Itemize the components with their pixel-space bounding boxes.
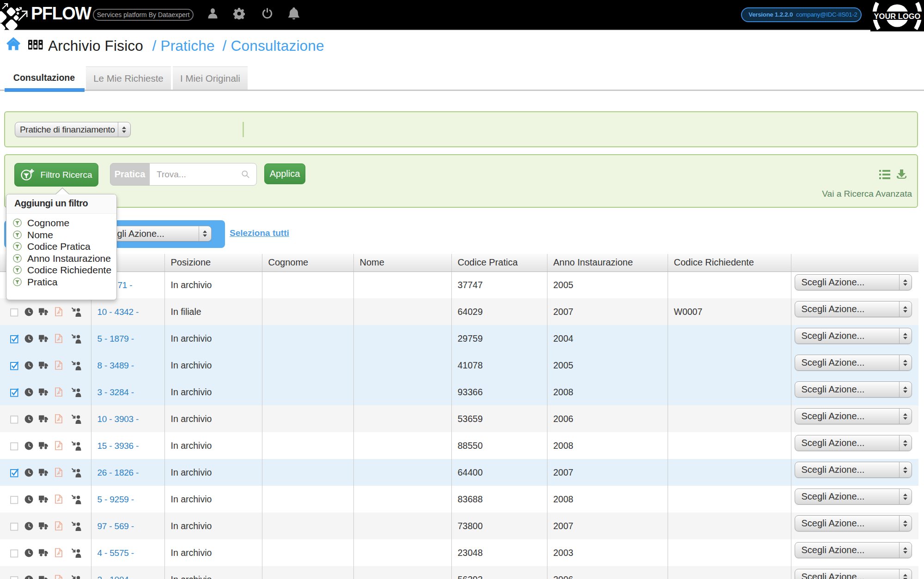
svg-text:YOUR LOGO: YOUR LOGO <box>874 12 921 20</box>
